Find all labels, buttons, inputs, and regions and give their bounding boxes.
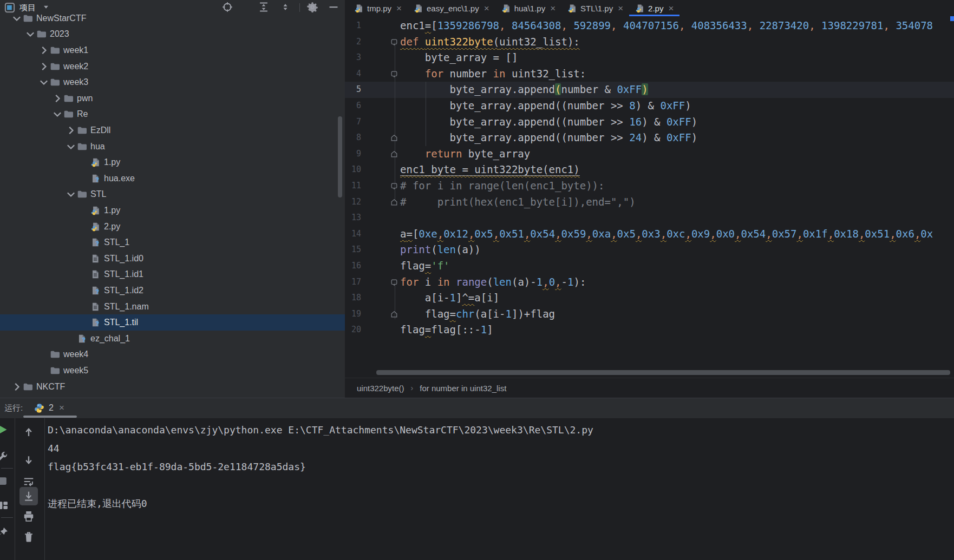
tree-item-week2[interactable]: week2 bbox=[0, 58, 345, 75]
code-line-9[interactable]: return byte_array bbox=[400, 146, 530, 162]
close-icon[interactable]: × bbox=[618, 4, 623, 13]
tree-item-label: 1.py bbox=[104, 157, 120, 167]
close-icon[interactable]: × bbox=[396, 4, 402, 13]
tree-item-week1[interactable]: week1 bbox=[0, 42, 345, 58]
project-panel-title[interactable]: 项目 bbox=[19, 0, 36, 15]
code-line-7[interactable]: byte_array.append((number >> 16) & 0xFF) bbox=[400, 114, 697, 130]
chevron-down-icon[interactable] bbox=[51, 110, 63, 118]
close-icon[interactable]: × bbox=[668, 4, 674, 13]
editor-tab-hua-1-py[interactable]: hua\1.py× bbox=[495, 0, 561, 16]
code-editor[interactable]: 1enc1=[1359286798, 84564308, 592899, 404… bbox=[345, 16, 954, 378]
tree-item-week3[interactable]: week3 bbox=[0, 74, 345, 90]
code-line-4[interactable]: for number in uint32_list: bbox=[400, 66, 586, 82]
close-icon[interactable]: × bbox=[484, 4, 489, 13]
next-occurrence-button[interactable] bbox=[23, 454, 35, 466]
chevron-down-icon[interactable] bbox=[38, 78, 50, 86]
chevron-down-icon[interactable] bbox=[65, 143, 77, 150]
breadcrumb-item[interactable]: uint322byte() bbox=[355, 384, 407, 393]
run-tab[interactable]: 2 × bbox=[23, 398, 72, 418]
chevron-down-icon[interactable] bbox=[42, 3, 50, 11]
code-line-6[interactable]: byte_array.append((number >> 8) & 0xFF) bbox=[400, 98, 691, 114]
code-line-11[interactable]: # for i in range(len(enc1_byte)): bbox=[400, 178, 605, 194]
tree-item-stl-1-id0[interactable]: STL_1.id0 bbox=[0, 251, 345, 267]
fold-end-icon[interactable] bbox=[390, 150, 398, 158]
code-line-16[interactable]: flag='f' bbox=[400, 258, 450, 274]
locate-file-icon[interactable] bbox=[222, 2, 233, 12]
tree-item-stl-1-til[interactable]: ?STL_1.til bbox=[0, 314, 345, 331]
code-line-10[interactable]: enc1_byte = uint322byte(enc1) bbox=[400, 162, 580, 178]
tree-item-nkctf[interactable]: NKCTF bbox=[0, 379, 345, 395]
expand-all-icon[interactable] bbox=[258, 2, 269, 12]
code-line-14[interactable]: a=[0xe,0x12,0x5,0x51,0x54,0x59,0xa,0x5,0… bbox=[400, 226, 933, 242]
tree-item-2-py[interactable]: 2.py bbox=[0, 219, 345, 235]
tree-item-stl-1-id2[interactable]: ?STL_1.id2 bbox=[0, 282, 345, 299]
printer-icon[interactable] bbox=[23, 510, 35, 522]
code-line-17[interactable]: for i in range(len(a)-1,0,-1): bbox=[400, 274, 586, 291]
chevron-right-icon[interactable] bbox=[38, 63, 50, 70]
tree-item-1-py[interactable]: 1.py bbox=[0, 202, 345, 219]
soft-wrap-button[interactable] bbox=[23, 476, 35, 487]
tree-item-ez-chal-1[interactable]: ?ez_chal_1 bbox=[0, 331, 345, 347]
tree-item-hua[interactable]: hua bbox=[0, 139, 345, 155]
code-line-18[interactable]: a[i-1]^=a[i] bbox=[400, 290, 499, 306]
code-line-2[interactable]: def uint322byte(uint32_list): bbox=[400, 34, 580, 50]
editor-tab-2-py[interactable]: 2.py× bbox=[629, 0, 679, 16]
tree-item-stl-1-id1[interactable]: STL_1.id1 bbox=[0, 267, 345, 283]
wrench-icon[interactable] bbox=[0, 451, 9, 463]
chevron-right-icon[interactable] bbox=[51, 95, 63, 102]
tree-item-stl[interactable]: STL bbox=[0, 187, 345, 203]
close-icon[interactable]: × bbox=[59, 403, 64, 413]
breadcrumb-item[interactable]: for number in uint32_list bbox=[417, 384, 508, 393]
chevron-down-icon[interactable] bbox=[24, 30, 36, 38]
code-line-19[interactable]: flag=chr(a[i-1])+flag bbox=[400, 306, 555, 322]
code-line-8[interactable]: byte_array.append((number >> 24) & 0xFF) bbox=[400, 130, 697, 146]
pin-icon[interactable] bbox=[0, 526, 9, 538]
tree-item-hua-exe[interactable]: ?hua.exe bbox=[0, 170, 345, 187]
collapse-all-icon[interactable] bbox=[280, 2, 291, 12]
tree-item-1-py[interactable]: 1.py bbox=[0, 154, 345, 170]
tree-item-stl-1-nam[interactable]: STL_1.nam bbox=[0, 299, 345, 315]
stop-button[interactable] bbox=[0, 475, 9, 487]
chevron-right-icon[interactable] bbox=[65, 127, 77, 134]
trash-icon[interactable] bbox=[23, 531, 35, 543]
chevron-right-icon[interactable] bbox=[11, 383, 23, 391]
tree-item-newstarctf[interactable]: NewStarCTF bbox=[0, 15, 345, 27]
code-line-12[interactable]: # print(hex(enc1_byte[i]),end=",") bbox=[400, 194, 636, 210]
tree-item-2023[interactable]: 2023 bbox=[0, 27, 345, 43]
layout-grid-icon[interactable] bbox=[0, 499, 9, 511]
editor-tab-stl-1-py[interactable]: STL\1.py× bbox=[561, 0, 629, 16]
fold-end-icon[interactable] bbox=[390, 199, 398, 206]
fold-start-icon[interactable] bbox=[390, 70, 398, 78]
tree-item-week5[interactable]: week5 bbox=[0, 363, 345, 379]
close-icon[interactable]: × bbox=[550, 4, 556, 13]
editor-tab-tmp-py[interactable]: tmp.py× bbox=[348, 0, 408, 16]
code-line-5[interactable]: byte_array.append(number & 0xFF) bbox=[400, 82, 648, 98]
gear-icon[interactable] bbox=[307, 2, 318, 12]
fold-start-icon[interactable] bbox=[390, 38, 398, 46]
code-line-20[interactable]: flag=flag[::-1] bbox=[400, 322, 493, 338]
fold-start-icon[interactable] bbox=[390, 279, 398, 286]
editor-tab-easy-enc-1-py[interactable]: easy_enc\1.py× bbox=[408, 0, 495, 16]
fold-start-icon[interactable] bbox=[390, 182, 398, 190]
fold-end-icon[interactable] bbox=[390, 311, 398, 318]
tree-item-re[interactable]: Re bbox=[0, 107, 345, 123]
code-line-1[interactable]: enc1=[1359286798, 84564308, 592899, 4047… bbox=[400, 18, 933, 34]
console-output[interactable]: D:\anaconda\anaconda\envs\zjy\python.exe… bbox=[48, 421, 941, 513]
tree-item-ezdll[interactable]: EzDll bbox=[0, 122, 345, 139]
tree-item-stl-1[interactable]: ?STL_1 bbox=[0, 234, 345, 251]
tree-item-pwn[interactable]: pwn bbox=[0, 90, 345, 107]
chevron-down-icon[interactable] bbox=[65, 190, 77, 198]
hide-panel-icon[interactable] bbox=[328, 2, 339, 12]
code-line-3[interactable]: byte_array = [] bbox=[400, 50, 518, 66]
tree-scrollbar[interactable] bbox=[338, 116, 342, 197]
prev-occurrence-button[interactable] bbox=[23, 426, 35, 438]
code-line-15[interactable]: print(len(a)) bbox=[400, 242, 481, 258]
chevron-down-icon[interactable] bbox=[11, 15, 23, 22]
tree-item-week4[interactable]: week4 bbox=[0, 347, 345, 363]
chevron-right-icon[interactable] bbox=[38, 47, 50, 54]
editor-hscrollbar[interactable] bbox=[376, 370, 950, 375]
rerun-button[interactable] bbox=[0, 424, 9, 436]
project-widget-icon[interactable] bbox=[4, 2, 15, 13]
scroll-to-end-button[interactable] bbox=[19, 487, 38, 505]
fold-end-icon[interactable] bbox=[390, 134, 398, 142]
